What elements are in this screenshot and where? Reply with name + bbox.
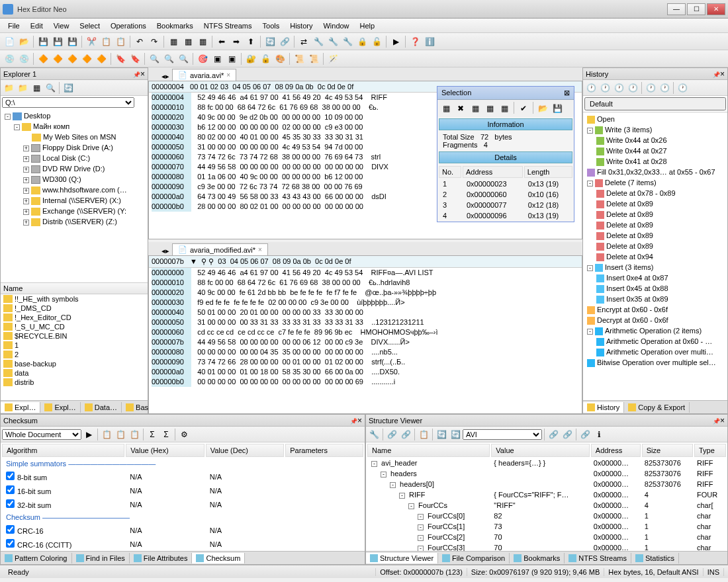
chk-b3-icon[interactable]: 📋	[128, 428, 141, 441]
sv-col[interactable]: Name	[367, 444, 490, 457]
hist-btn5-icon[interactable]: 🕐	[644, 81, 657, 95]
open-icon[interactable]: 📂	[17, 35, 30, 48]
hist-btn7-icon[interactable]: 🕐	[676, 81, 689, 95]
structure-table[interactable]: NameValueAddressSizeType - avi_header{ h…	[366, 442, 727, 551]
history-item[interactable]: Encrypt at 0x60 - 0x6f	[584, 304, 726, 315]
exp-new-icon[interactable]: 📁	[16, 81, 29, 95]
checksum-row[interactable]: 16-bit sumN/AN/A	[2, 484, 363, 497]
pin-icon[interactable]	[713, 70, 720, 78]
history-item[interactable]: Arithmetic Operation at 0x60 - …	[584, 336, 726, 347]
menu-bookmarks[interactable]: Bookmarks	[152, 21, 199, 31]
sv-b6-icon[interactable]: 🔄	[449, 428, 462, 441]
sv-col[interactable]: Value	[491, 444, 590, 457]
checksum-tab[interactable]: Checksum	[192, 553, 245, 563]
close-panel-icon[interactable]	[720, 416, 725, 425]
op4-icon[interactable]: 🔶	[80, 52, 93, 65]
hex-line[interactable]: 00000040 50 01 00 00 20 01 00 00 00 00 0…	[152, 308, 579, 317]
history-item[interactable]: -Insert (3 items)	[584, 262, 726, 272]
tree-item[interactable]: +WD300 (Q:)	[2, 174, 146, 185]
sel-tb4-icon[interactable]: ▦	[483, 102, 496, 115]
tab-nav-icon-2[interactable]: ◂▸	[161, 247, 169, 255]
history-item[interactable]: Fill 0x31,0x32,0x33… at 0x55 - 0x67	[584, 167, 726, 177]
tab-close-icon-2[interactable]: ×	[258, 246, 262, 253]
checksum-tab[interactable]: Pattern Coloring	[1, 553, 72, 563]
history-item[interactable]: Write 0x44 at 0x26	[584, 135, 726, 146]
tree-item[interactable]: +Exchange (\\SERVER) (Y:	[2, 206, 146, 216]
checksum-row[interactable]: CRC-16N/AN/A	[2, 524, 363, 536]
sel-col[interactable]: No.	[439, 166, 461, 178]
structure-row[interactable]: - FourCCs[0]820x00000…1char	[367, 511, 726, 520]
sv-col[interactable]: Type	[694, 444, 726, 457]
hex-line[interactable]: 00000000 52 49 46 46 a4 61 97 00 41 56 4…	[152, 268, 579, 278]
file-row[interactable]: base-backup	[1, 359, 148, 368]
chk-checkbox[interactable]	[6, 539, 15, 548]
hex-tab-1[interactable]: 📄avaria.avi* ×	[172, 69, 236, 81]
sv-b1-icon[interactable]: 🔧	[367, 428, 381, 441]
checksum-tab[interactable]: File Attributes	[130, 553, 193, 563]
hex-view-2[interactable]: 0000007b ▼ ⚲ ⚲ 03 04 05 06 07 08 09 0a 0…	[148, 255, 582, 414]
sv-b7-icon[interactable]: 🔗	[547, 428, 560, 441]
hex-line[interactable]: 00000060 cd cc ce cd ce cd cc ce c7 fe f…	[152, 327, 579, 337]
structure-tab[interactable]: Bookmarks	[510, 553, 565, 563]
op2-icon[interactable]: 🔶	[51, 52, 64, 65]
save-all-icon[interactable]: 💾	[51, 35, 64, 48]
sel-row[interactable]: 30x000000770x12 (18)	[439, 200, 572, 210]
structure-row[interactable]: - avi_header{ headers={…} }0x00000…82537…	[367, 458, 726, 468]
tree-item[interactable]: +Local Disk (C:)	[2, 153, 146, 163]
close-panel-icon[interactable]	[357, 416, 362, 425]
structure-tab[interactable]: File Comparison	[438, 553, 510, 563]
hex-line[interactable]: 000000b0 00 00 00 00 00 00 00 00 00 00 0…	[152, 377, 579, 387]
layout3-icon[interactable]: ▦	[196, 35, 209, 48]
sv-b4-icon[interactable]: 📋	[417, 428, 430, 441]
selection-window[interactable]: Selection ⊠ ▦ ✖ ▦ ▦ ▦ ✔ 📂 💾 Information …	[437, 86, 574, 222]
menu-history[interactable]: History	[285, 21, 318, 31]
op3-icon[interactable]: 🔶	[66, 52, 79, 65]
exp-filter-icon[interactable]: 🔍	[44, 81, 57, 95]
sv-b9-icon[interactable]: 🔗	[578, 428, 592, 441]
compare-icon[interactable]: ⇄	[297, 35, 310, 48]
explorer-tab[interactable]: Expl…	[40, 402, 80, 413]
hex-line[interactable]: 000000a0 40 01 00 00 01 00 18 00 58 35 3…	[152, 367, 579, 377]
find-icon[interactable]: 🔍	[148, 52, 161, 65]
history-item[interactable]: Delete at 0x89	[584, 241, 726, 251]
chk-col[interactable]: Parameters	[285, 444, 363, 457]
structure-tab[interactable]: Structure Viewer	[366, 553, 438, 563]
sel-row[interactable]: 40x000000960x13 (19)	[439, 211, 572, 220]
menu-window[interactable]: Window	[318, 21, 354, 31]
checksum-row[interactable]: 32-bit sumN/AN/A	[2, 498, 363, 511]
tree-item[interactable]: +Distrib (\\SERVER) (Z:)	[2, 216, 146, 227]
structure-scheme-select[interactable]: AVI	[463, 429, 542, 440]
goto-icon[interactable]: 🎯	[196, 52, 209, 65]
structure-row[interactable]: - RIFF{ FourCCs="RIFF"; F…0x00000…4FOUR	[367, 490, 726, 499]
play-icon[interactable]: ▶	[389, 35, 402, 48]
layout2-icon[interactable]: ▦	[181, 35, 195, 48]
pin-icon[interactable]	[350, 417, 357, 425]
history-item[interactable]: Write 0x44 at 0x27	[584, 146, 726, 156]
chk-b2-icon[interactable]: 📋	[114, 428, 127, 441]
unlock-icon[interactable]: 🔓	[370, 35, 383, 48]
folder-tree[interactable]: -Desktop-Майн компMy Web Sites on MSN+Fl…	[1, 109, 148, 282]
minimize-button[interactable]: —	[667, 3, 686, 15]
script-icon[interactable]: 📜	[293, 52, 306, 65]
structure-row[interactable]: - headers[0]0x00000…825373076RIFF	[367, 479, 726, 489]
hex-line[interactable]: 00000090 73 74 72 66 28 00 00 00 00 01 0…	[152, 357, 579, 367]
history-item[interactable]: Open	[584, 114, 726, 124]
tool2-icon[interactable]: 🔧	[326, 35, 340, 48]
hex-line[interactable]: 00000010 88 fc 00 00 68 64 72 6c 61 76 6…	[152, 278, 579, 288]
bm1-icon[interactable]: 🔖	[114, 52, 127, 65]
sel-tb7-icon[interactable]: 📂	[536, 102, 549, 115]
hex-line[interactable]: 00000080 00 00 00 00 00 00 04 35 35 00 0…	[152, 347, 579, 357]
sv-b3-icon[interactable]: 🔗	[399, 428, 412, 441]
sel-col[interactable]: Address	[463, 166, 523, 178]
hist-btn6-icon[interactable]: 🕐	[658, 81, 671, 95]
tool1-icon[interactable]: 🔧	[312, 35, 325, 48]
tree-item[interactable]: +Floppy Disk Drive (A:)	[2, 142, 146, 153]
history-item[interactable]: Decrypt at 0x60 - 0x6f	[584, 315, 726, 325]
history-item[interactable]: Insert 0x45 at 0x88	[584, 283, 726, 294]
undo-icon[interactable]: ↶	[133, 35, 146, 48]
tree-item[interactable]: -Майн комп	[2, 121, 146, 132]
file-list[interactable]: !!_HE_with symbols!_DMS_CD!_Hex_Editor_C…	[1, 294, 148, 400]
chk-col[interactable]: Value (Hex)	[126, 444, 204, 457]
exp-refresh-icon[interactable]: 🔄	[62, 81, 75, 95]
history-item[interactable]: Arithmetic Operation over multi…	[584, 347, 726, 357]
